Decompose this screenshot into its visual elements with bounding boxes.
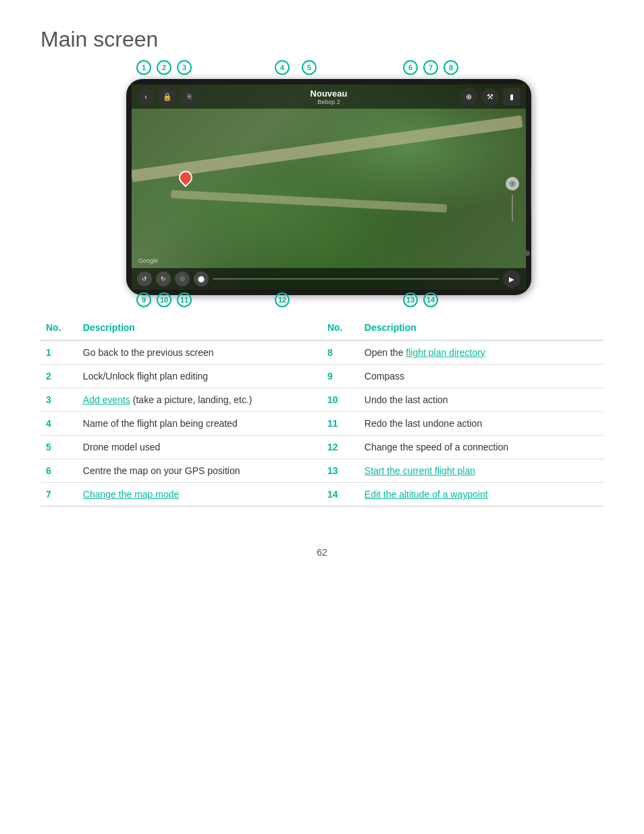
screen-top-bar: ‹ 🔒 ⎘ Nouveau Bebop 2 ⊕ ⚒ ▮ [132, 84, 526, 109]
device-frame: 1 2 3 4 5 6 7 8 9 10 11 12 13 14 [113, 72, 531, 295]
phone-screen: Google ⊕ ‹ 🔒 ⎘ [132, 84, 526, 290]
callout-2: 2 [157, 60, 171, 75]
callout-13: 13 [403, 292, 418, 307]
desc-12: Change the speed of a connection [359, 436, 603, 459]
col1-desc-header: Description [78, 315, 322, 340]
num-13: 13 [322, 459, 359, 483]
desc-7: Change the map mode [78, 483, 322, 506]
desc-6: Centre the map on your GPS position [78, 459, 322, 483]
map-view: Google ⊕ [132, 84, 526, 290]
num-6: 6 [41, 459, 78, 483]
start-flight-btn: ▶ [503, 270, 520, 288]
table-row: 1 Go back to the previous screen 8 Open … [41, 340, 603, 365]
callout-7: 7 [423, 60, 438, 75]
callout-12: 12 [275, 292, 290, 307]
change-map-mode-link[interactable]: Change the map mode [83, 489, 179, 500]
callout-5: 5 [302, 60, 317, 75]
reference-table: No. Description No. Description 1 Go bac… [41, 315, 603, 506]
num-3: 3 [41, 388, 78, 412]
desc-8: Open the flight plan directory [359, 340, 603, 365]
lock-icon: 🔒 [159, 88, 176, 105]
callout-11: 11 [177, 292, 192, 307]
num-1: 1 [41, 340, 78, 365]
flight-plan-dir-link[interactable]: flight plan directory [406, 347, 485, 358]
num-4: 4 [41, 412, 78, 436]
top-bar-right: ⊕ ⚒ ▮ [460, 88, 520, 105]
flight-name-center: Nouveau Bebop 2 [311, 88, 348, 105]
speed-icon: ⬤ [194, 271, 209, 286]
compass-icon: ☉ [175, 271, 190, 286]
camera-dot [525, 251, 530, 256]
num-8: 8 [322, 340, 359, 365]
callout-8: 8 [444, 60, 458, 75]
drone-marker [176, 168, 195, 187]
flight-plan-dir-icon: ▮ [503, 88, 520, 105]
table-row: 6 Centre the map on your GPS position 13… [41, 459, 603, 483]
desc-13: Start the current flight plan [359, 459, 603, 483]
add-events-icon: ⎘ [180, 88, 198, 105]
num-7: 7 [41, 483, 78, 506]
table-row: 4 Name of the flight plan being created … [41, 412, 603, 436]
num-14: 14 [322, 483, 359, 506]
desc-2: Lock/Unlock flight plan editing [78, 365, 322, 388]
side-button [531, 170, 531, 210]
desc-10: Undo the last action [359, 388, 603, 412]
google-watermark: Google [138, 257, 158, 264]
back-btn-icon: ‹ [137, 88, 155, 105]
num-9: 9 [322, 365, 359, 388]
callout-4: 4 [275, 60, 290, 75]
num-10: 10 [322, 388, 359, 412]
num-12: 12 [322, 436, 359, 459]
desc-14: Edit the altitude of a waypoint [359, 483, 603, 506]
callout-3: 3 [177, 60, 192, 75]
redo-icon: ↻ [156, 271, 171, 286]
callout-14: 14 [423, 292, 438, 307]
desc-3: Add events (take a picture, landing, etc… [78, 388, 322, 412]
callout-10: 10 [157, 292, 171, 307]
undo-icon: ↺ [137, 271, 152, 286]
zoom-control: ⊕ [506, 177, 519, 190]
callout-6: 6 [403, 60, 418, 75]
desc-5: Drone model used [78, 436, 322, 459]
gps-icon: ⊕ [460, 88, 477, 105]
device-mockup: 1 2 3 4 5 6 7 8 9 10 11 12 13 14 [41, 72, 603, 295]
callout-1: 1 [136, 60, 151, 75]
page-title: Main screen [41, 27, 603, 52]
progress-bar [213, 278, 499, 280]
col1-no-header: No. [41, 315, 78, 340]
flight-title: Nouveau [311, 88, 348, 99]
add-events-link[interactable]: Add events [83, 394, 130, 405]
desc-9: Compass [359, 365, 603, 388]
table-row: 5 Drone model used 12 Change the speed o… [41, 436, 603, 459]
desc-11: Redo the last undone action [359, 412, 603, 436]
num-5: 5 [41, 436, 78, 459]
top-bar-left: ‹ 🔒 ⎘ [137, 88, 198, 105]
table-row: 3 Add events (take a picture, landing, e… [41, 388, 603, 412]
right-controls: ⊕ [506, 177, 519, 223]
table-row: 2 Lock/Unlock flight plan editing 9 Comp… [41, 365, 603, 388]
desc-1: Go back to the previous screen [78, 340, 322, 365]
num-11: 11 [322, 412, 359, 436]
drone-model: Bebop 2 [311, 99, 348, 105]
callout-9: 9 [136, 292, 151, 307]
col2-no-header: No. [322, 315, 359, 340]
screen-bottom-bar: ↺ ↻ ☉ ⬤ ▶ [132, 268, 526, 290]
phone-body: Google ⊕ ‹ 🔒 ⎘ [126, 79, 531, 295]
page-number: 62 [41, 547, 603, 558]
desc-4: Name of the flight plan being created [78, 412, 322, 436]
edit-altitude-link[interactable]: Edit the altitude of a waypoint [365, 489, 488, 500]
col2-desc-header: Description [359, 315, 603, 340]
start-flight-link[interactable]: Start the current flight plan [365, 465, 475, 476]
table-row: 7 Change the map mode 14 Edit the altitu… [41, 483, 603, 506]
num-2: 2 [41, 365, 78, 388]
map-mode-icon: ⚒ [481, 88, 499, 105]
